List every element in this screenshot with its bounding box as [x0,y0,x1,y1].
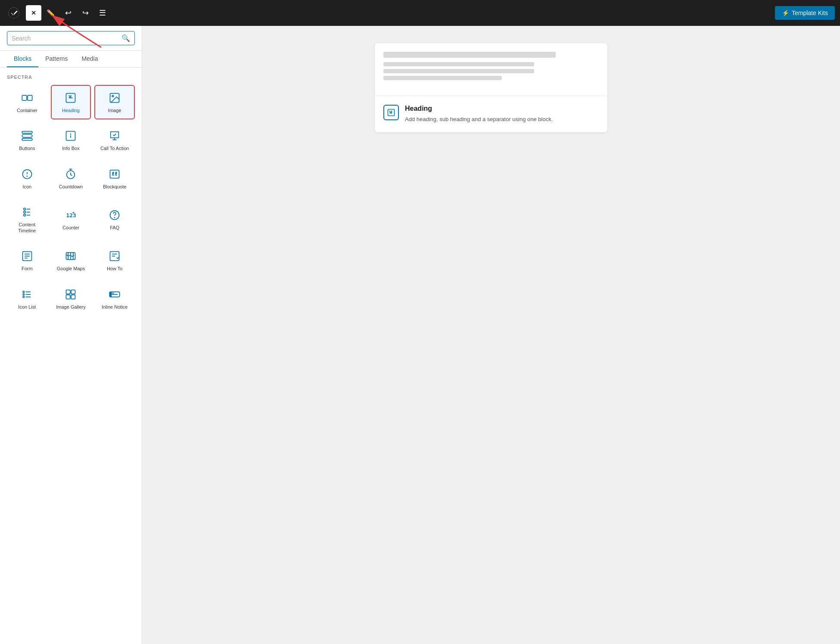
menu-button[interactable]: ☰ [95,5,110,21]
svg-rect-16 [110,170,119,178]
svg-rect-3 [22,95,27,100]
faq-icon [109,208,121,222]
countdown-icon [65,167,77,181]
buttons-icon [21,129,33,143]
block-label-how-to: How To [107,266,122,272]
block-item-icon[interactable]: Icon [7,161,47,196]
inline-notice-icon [109,288,121,301]
svg-rect-32 [72,295,75,299]
preview-info: Heading Add heading, sub heading and a s… [375,96,607,132]
svg-point-27 [23,294,25,295]
svg-point-26 [23,291,25,293]
section-label: SPECTRA [7,75,135,80]
heading-icon [65,91,77,105]
block-item-image-gallery[interactable]: Image Gallery [51,281,91,316]
block-label-info-box: Info Box [62,145,79,151]
tab-blocks[interactable]: Blocks [7,51,38,67]
wp-logo: W [5,4,22,22]
close-icon: ✕ [31,9,36,16]
block-label-image-gallery: Image Gallery [56,304,85,310]
tab-patterns[interactable]: Patterns [38,51,75,67]
counter-icon: 123 [65,208,77,222]
undo-button[interactable]: ↩ [60,5,76,21]
block-label-call-to-action: Call To Action [100,145,129,151]
main-layout: 🔍 Blocks Patterns Media SPECTRA [0,26,840,644]
svg-text:123: 123 [66,212,76,219]
svg-point-18 [24,211,26,213]
block-label-counter: Counter [62,225,79,231]
block-item-icon-list[interactable]: Icon List [7,281,47,316]
block-label-blockquote: Blockquote [103,184,126,190]
block-label-icon: Icon [22,184,31,190]
block-item-blockquote[interactable]: Blockquote [94,161,135,196]
icon-list-icon [21,288,33,301]
svg-rect-31 [66,295,70,299]
svg-rect-9 [22,131,32,134]
template-kits-label: Template Kits [792,9,828,16]
block-item-inline-notice[interactable]: Inline Notice [94,281,135,316]
search-icon: 🔍 [121,34,130,42]
svg-point-14 [27,176,27,176]
tab-media[interactable]: Media [75,51,105,67]
preview-card: Heading Add heading, sub heading and a s… [375,43,607,132]
template-kits-button[interactable]: ⚡ Template Kits [775,6,835,20]
block-item-info-box[interactable]: Info Box [51,123,91,157]
block-item-how-to[interactable]: How To [94,243,135,278]
search-bar: 🔍 [0,26,142,51]
blocks-grid: Container Heading [7,85,135,316]
preview-area: Heading Add heading, sub heading and a s… [142,26,840,644]
icon-icon [21,167,33,181]
content-timeline-icon [21,205,33,219]
search-input-wrap: 🔍 [7,31,135,45]
block-label-faq: FAQ [110,225,119,231]
search-input[interactable] [12,35,118,42]
image-icon [109,91,121,105]
redo-button[interactable]: ↪ [78,5,93,21]
image-gallery-icon [65,288,77,301]
block-label-buttons: Buttons [19,145,35,151]
block-item-heading[interactable]: Heading [51,85,91,119]
info-box-icon [65,129,77,143]
svg-rect-30 [72,290,75,294]
preview-title: Heading [405,105,553,113]
pencil-button[interactable]: ✏️ [43,5,59,21]
svg-rect-10 [22,138,32,141]
block-item-buttons[interactable]: Buttons [7,123,47,157]
call-to-action-icon [109,129,121,143]
form-icon [21,249,33,263]
google-maps-icon [65,249,77,263]
block-label-content-timeline: Content Timeline [11,222,43,234]
sidebar: 🔍 Blocks Patterns Media SPECTRA [0,26,142,644]
block-label-icon-list: Icon List [18,304,36,310]
blocks-list: SPECTRA Container [0,68,142,644]
block-item-form[interactable]: Form [7,243,47,278]
block-label-container: Container [17,107,37,113]
block-item-countdown[interactable]: Countdown [51,161,91,196]
pencil-icon: ✏️ [47,9,55,17]
block-item-faq[interactable]: FAQ [94,199,135,240]
block-item-counter[interactable]: 123 Counter [51,199,91,240]
block-label-inline-notice: Inline Notice [102,304,128,310]
block-label-form: Form [22,266,33,272]
close-button[interactable]: ✕ [26,5,41,21]
svg-rect-4 [28,95,32,100]
block-item-call-to-action[interactable]: Call To Action [94,123,135,157]
block-item-container[interactable]: Container [7,85,47,119]
block-label-countdown: Countdown [59,184,83,190]
svg-point-22 [115,217,115,218]
preview-heading-icon [383,105,399,120]
container-icon [21,91,33,105]
preview-description: Add heading, sub heading and a separator… [405,115,553,124]
svg-rect-8 [22,134,32,138]
block-item-content-timeline[interactable]: Content Timeline [7,199,47,240]
how-to-icon [109,249,121,263]
menu-icon: ☰ [99,8,106,18]
svg-rect-34 [109,292,112,297]
block-label-heading: Heading [62,107,80,113]
svg-rect-29 [66,290,70,294]
svg-point-28 [23,296,25,298]
block-item-image[interactable]: Image [94,85,135,119]
block-item-google-maps[interactable]: Google Maps [51,243,91,278]
undo-icon: ↩ [65,8,72,18]
svg-text:W: W [9,11,15,17]
